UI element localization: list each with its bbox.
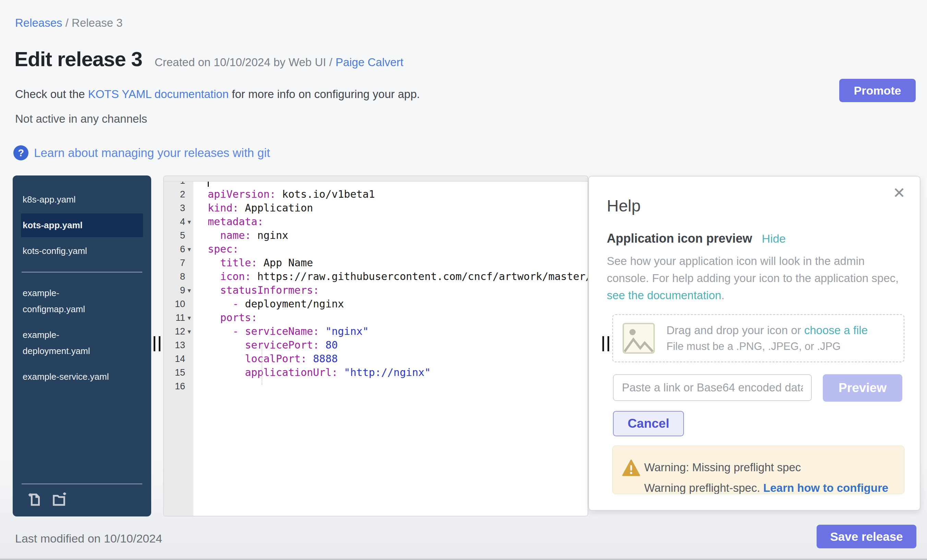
add-file-icon[interactable]: [27, 492, 43, 508]
breadcrumb: Releases / Release 3: [15, 17, 123, 29]
created-text: Created on 10/10/2024 by Web UI /: [155, 56, 336, 68]
channel-status: Not active in any channels: [15, 112, 147, 126]
choose-file-link[interactable]: choose a file: [804, 324, 868, 337]
code-line-14[interactable]: 14 localPort: 8888: [164, 352, 588, 366]
help-panel-title: Help: [607, 196, 641, 215]
code-line-9[interactable]: 9▾ statusInformers:: [164, 284, 588, 297]
preview-button[interactable]: Preview: [823, 374, 902, 402]
question-mark-icon: ?: [14, 145, 29, 160]
code-line-3[interactable]: 3kind: Application: [164, 201, 588, 215]
code-line-2[interactable]: 2apiVersion: kots.io/v1beta1: [164, 187, 588, 201]
file-item-example-deployment-yaml[interactable]: example-deployment.yaml: [21, 323, 143, 363]
dropzone-file-types: File must be a .PNG, .JPEG, or .JPG: [666, 340, 868, 353]
editor-body[interactable]: 1---2apiVersion: kots.io/v1beta13kind: A…: [164, 182, 588, 516]
fold-caret-icon[interactable]: ▾: [185, 328, 193, 335]
author-link[interactable]: Paige Calvert: [336, 56, 404, 68]
release-created-info: Created on 10/10/2024 by Web UI / Paige …: [155, 56, 404, 69]
breadcrumb-current: Release 3: [71, 17, 123, 29]
hide-link[interactable]: Hide: [762, 232, 786, 245]
icon-url-input[interactable]: [613, 374, 812, 401]
bottom-edge: [0, 558, 927, 560]
git-releases-link[interactable]: Learn about managing your releases with …: [34, 146, 270, 160]
docs-hint-suffix: for more info on configuring your app.: [229, 88, 420, 100]
description-period: .: [721, 289, 724, 302]
dropzone-line1: Drag and drop your icon or: [666, 324, 804, 337]
file-item-k8s-app-yaml[interactable]: k8s-app.yaml: [21, 188, 143, 211]
yaml-editor[interactable]: 1---2apiVersion: kots.io/v1beta13kind: A…: [163, 176, 588, 516]
git-help-row: ? Learn about managing your releases wit…: [14, 145, 270, 160]
fold-caret-icon[interactable]: ▾: [185, 218, 193, 226]
fold-caret-icon[interactable]: ▾: [185, 245, 193, 253]
preflight-warning: Warning: Missing preflight spec Warning …: [612, 446, 904, 494]
code-line-5[interactable]: 5 name: nginx: [164, 229, 588, 242]
code-line-8[interactable]: 8 icon: https://raw.githubusercontent.co…: [164, 270, 588, 284]
close-icon[interactable]: ✕: [893, 185, 906, 200]
code-line-15[interactable]: 15 applicationUrl: "http://nginx": [164, 366, 588, 379]
warning-title: Warning: Missing preflight spec: [644, 461, 801, 474]
image-placeholder-icon: [623, 323, 655, 354]
fold-caret-icon[interactable]: ▾: [185, 287, 193, 294]
fold-caret-icon[interactable]: ▾: [185, 314, 193, 322]
kots-yaml-docs-link[interactable]: KOTS YAML documentation: [88, 88, 229, 100]
help-panel: ✕ Help Application icon preview Hide See…: [588, 176, 921, 511]
learn-configure-link[interactable]: Learn how to configure: [763, 481, 888, 494]
promote-button[interactable]: Promote: [839, 79, 916, 102]
code-line-12[interactable]: 12▾ - serviceName: "nginx": [164, 325, 588, 338]
code-line-4[interactable]: 4▾metadata:: [164, 215, 588, 229]
code-line-11[interactable]: 11▾ ports:: [164, 311, 588, 325]
help-panel-resize-handle[interactable]: [602, 336, 609, 351]
code-line-13[interactable]: 13 servicePort: 80: [164, 338, 588, 352]
breadcrumb-separator: /: [65, 17, 71, 29]
icon-preview-title: Application icon preview: [607, 231, 752, 246]
icon-preview-description: See how your application icon will look …: [607, 253, 909, 304]
save-release-button[interactable]: Save release: [817, 525, 916, 548]
code-line-16[interactable]: 16: [164, 379, 588, 393]
warning-detail-text: Warning preflight-spec.: [644, 481, 763, 494]
warning-triangle-icon: [622, 460, 640, 476]
page-title: Edit release 3: [14, 47, 142, 71]
last-modified-text: Last modified on 10/10/2024: [15, 532, 162, 545]
indent-guide: [261, 344, 262, 385]
file-item-example-service-yaml[interactable]: example-service.yaml: [21, 365, 143, 389]
code-line-6[interactable]: 6▾spec:: [164, 242, 588, 256]
file-item-kots-app-yaml[interactable]: kots-app.yaml: [21, 214, 143, 237]
sidebar-actions: [13, 484, 151, 516]
description-text: See how your application icon will look …: [607, 255, 898, 284]
code-line-10[interactable]: 10 - deployment/nginx: [164, 297, 588, 311]
docs-hint: Check out the KOTS YAML documentation fo…: [15, 88, 420, 101]
file-item-example-configmap-yaml[interactable]: example-configmap.yaml: [21, 281, 143, 321]
dropzone-text: Drag and drop your icon or choose a file…: [666, 324, 868, 353]
file-tree-sidebar: k8s-app.yamlkots-app.yamlkots-config.yam…: [13, 176, 151, 516]
title-row: Edit release 3 Created on 10/10/2024 by …: [14, 47, 404, 71]
warning-detail: Warning preflight-spec. Learn how to con…: [644, 481, 888, 494]
docs-hint-prefix: Check out the: [15, 88, 88, 100]
breadcrumb-releases-link[interactable]: Releases: [15, 17, 62, 29]
icon-dropzone[interactable]: Drag and drop your icon or choose a file…: [612, 314, 904, 362]
file-list: k8s-app.yamlkots-app.yamlkots-config.yam…: [13, 176, 151, 389]
see-documentation-link[interactable]: see the documentation: [607, 289, 721, 302]
cancel-button[interactable]: Cancel: [613, 411, 684, 436]
editor-top-scrollbar[interactable]: [164, 176, 588, 182]
file-group-divider: [21, 272, 142, 272]
add-folder-icon[interactable]: [52, 492, 68, 508]
code-line-7[interactable]: 7 title: App Name: [164, 256, 588, 270]
code-line-1[interactable]: 1---: [164, 182, 588, 187]
file-item-kots-config-yaml[interactable]: kots-config.yaml: [21, 239, 143, 263]
sidebar-resize-handle[interactable]: [153, 336, 160, 351]
